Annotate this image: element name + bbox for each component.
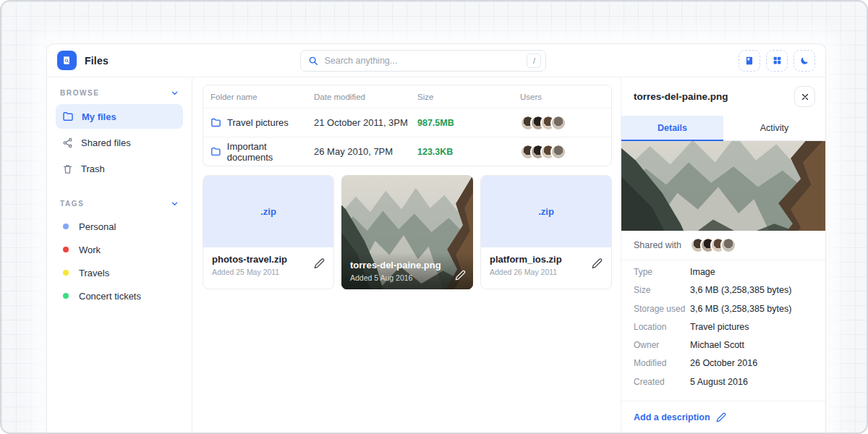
column-header-folder-name: Folder name xyxy=(210,93,314,101)
tag-label: Concert tickets xyxy=(79,291,141,302)
app-header: Files / xyxy=(47,44,825,77)
avatar xyxy=(720,237,736,253)
sidebar-item-label: Shared files xyxy=(81,137,131,148)
tag-item-personal[interactable]: Personal xyxy=(56,215,183,238)
field-size: Size 3,6 MB (3,258,385 bytes) xyxy=(634,285,813,303)
table-row-travel-pictures[interactable]: Travel pictures 21 October 2011, 3PM 987… xyxy=(203,108,611,137)
tag-label: Personal xyxy=(79,221,116,232)
folder-icon xyxy=(210,146,221,157)
file-metadata: Type Image Size 3,6 MB (3,258,385 bytes)… xyxy=(621,260,825,399)
add-description-label: Add a description xyxy=(634,412,710,422)
file-name: platform_ios.zip xyxy=(490,254,603,265)
tag-item-travels[interactable]: Travels xyxy=(56,261,183,284)
tab-details[interactable]: Details xyxy=(621,116,723,141)
table-header-row: Folder name Date modified Size Users xyxy=(203,85,611,108)
browse-section-label: BROWSE xyxy=(60,89,100,97)
folder-icon xyxy=(62,111,74,122)
tag-color-dot xyxy=(63,293,69,299)
edit-icon[interactable] xyxy=(592,258,603,269)
search-shortcut-badge: / xyxy=(527,54,541,68)
share-icon xyxy=(62,137,73,148)
close-panel-button[interactable] xyxy=(794,86,815,107)
edit-icon[interactable] xyxy=(455,270,466,281)
close-icon xyxy=(801,93,809,101)
zip-preview: .zip xyxy=(203,176,333,247)
panel-preview xyxy=(621,141,825,231)
trash-icon xyxy=(62,163,73,174)
file-card-torres-del-paine-png[interactable]: torres-del-paine.png Added 5 Aug 2016 xyxy=(341,175,473,289)
notebook-button[interactable] xyxy=(739,50,760,72)
zip-preview: .zip xyxy=(481,176,611,247)
search-input[interactable] xyxy=(324,56,527,66)
search-icon xyxy=(308,56,318,66)
edit-icon xyxy=(716,412,726,422)
users-avatar-group xyxy=(520,144,611,160)
folder-name: Important documents xyxy=(227,141,314,163)
zip-badge: .zip xyxy=(260,206,276,217)
file-name: torres-del-paine.png xyxy=(350,260,464,271)
add-description-button[interactable]: Add a description xyxy=(621,401,825,433)
folders-table: Folder name Date modified Size Users Tra… xyxy=(203,85,612,166)
file-cards: .zip photos-travel.zip Added 25 May 2011 xyxy=(203,175,612,289)
search-bar[interactable]: / xyxy=(300,50,546,72)
panel-title: torres-del-paine.png xyxy=(634,91,728,102)
sidebar-item-label: My files xyxy=(82,111,116,122)
file-added-date: Added 25 May 2011 xyxy=(212,268,325,276)
tag-color-dot xyxy=(63,247,69,252)
folder-name: Travel pictures xyxy=(227,117,289,128)
column-header-date-modified: Date modified xyxy=(314,93,417,101)
sidebar: BROWSE My files Shared files Trash TAGS xyxy=(47,77,192,434)
field-type: Type Image xyxy=(634,267,813,285)
field-modified: Modified 26 October 2016 xyxy=(634,358,813,376)
tag-color-dot xyxy=(63,224,69,229)
edit-icon[interactable] xyxy=(314,258,325,269)
tag-item-concert-tickets[interactable]: Concert tickets xyxy=(56,284,183,307)
date-modified: 21 October 2011, 3PM xyxy=(314,117,417,128)
avatar xyxy=(550,144,566,160)
file-added-date: Added 5 Aug 2016 xyxy=(350,273,464,282)
file-name: photos-travel.zip xyxy=(212,254,325,265)
avatar xyxy=(550,115,566,131)
file-card-photos-travel-zip[interactable]: .zip photos-travel.zip Added 25 May 2011 xyxy=(203,175,334,289)
sidebar-item-label: Trash xyxy=(81,163,105,174)
header-actions xyxy=(739,50,815,72)
folder-size: 123.3KB xyxy=(417,147,520,157)
field-storage-used: Storage used 3,6 MB (3,258,385 bytes) xyxy=(634,304,813,322)
shared-avatar-group[interactable] xyxy=(690,237,736,253)
dark-mode-button[interactable] xyxy=(793,50,815,72)
tags-section-header[interactable]: TAGS xyxy=(56,200,183,208)
table-row-important-documents[interactable]: Important documents 26 May 2010, 7PM 123… xyxy=(203,137,611,166)
tag-label: Work xyxy=(79,244,101,255)
shared-with-label: Shared with xyxy=(634,240,681,250)
tag-color-dot xyxy=(63,270,69,276)
zip-badge: .zip xyxy=(538,206,554,217)
dark-mode-icon xyxy=(799,56,809,66)
chevron-down-icon[interactable] xyxy=(171,200,179,208)
folder-size: 987.5MB xyxy=(417,118,520,128)
sidebar-item-my-files[interactable]: My files xyxy=(56,104,183,129)
app-logo-icon xyxy=(57,51,77,70)
grid-view-button[interactable] xyxy=(766,50,788,72)
page-background: Files / xyxy=(0,0,868,434)
tag-item-work[interactable]: Work xyxy=(56,238,183,261)
column-header-size: Size xyxy=(417,93,520,101)
notebook-icon xyxy=(744,56,754,66)
tab-activity[interactable]: Activity xyxy=(723,116,825,141)
file-added-date: Added 26 May 2011 xyxy=(490,268,603,276)
date-modified: 26 May 2010, 7PM xyxy=(314,146,417,157)
grid-view-icon xyxy=(773,56,782,65)
field-created: Created 5 August 2016 xyxy=(634,377,813,395)
main-content: Folder name Date modified Size Users Tra… xyxy=(192,77,621,434)
field-owner: Owner Michael Scott xyxy=(634,340,813,358)
panel-tabs: Details Activity xyxy=(621,116,825,141)
file-card-platform-ios-zip[interactable]: .zip platform_ios.zip Added 26 May 2011 xyxy=(480,175,612,289)
details-panel: torres-del-paine.png Details Activity xyxy=(621,77,825,434)
column-header-users: Users xyxy=(520,93,611,101)
shared-with-row: Shared with xyxy=(621,231,825,260)
chevron-down-icon[interactable] xyxy=(171,89,179,97)
sidebar-item-shared-files[interactable]: Shared files xyxy=(56,130,183,155)
tags-section-label: TAGS xyxy=(60,200,84,208)
field-location: Location Travel pictures xyxy=(634,322,813,340)
browse-section-header[interactable]: BROWSE xyxy=(56,89,183,97)
sidebar-item-trash[interactable]: Trash xyxy=(56,156,183,181)
